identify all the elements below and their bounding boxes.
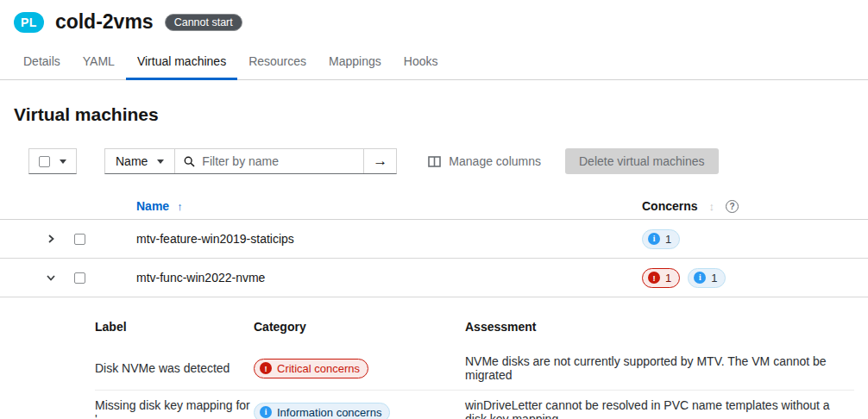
search-input[interactable] [202,154,355,168]
expand-row-button[interactable] [17,234,62,244]
collapse-row-button[interactable] [17,272,62,283]
info-icon: i [260,406,272,418]
chevron-right-icon [46,234,56,244]
concern-label: Disk NVMe was detected [95,361,254,375]
vm-table: Name ↑ Concerns ↕ ? mtv-feature-win2019-… [0,193,868,419]
tab-yaml[interactable]: YAML [72,44,126,80]
search-box [175,149,363,173]
tab-mappings[interactable]: Mappings [318,44,393,80]
concern-assessment: NVMe disks are not currently supported b… [465,354,854,382]
expanded-concerns-panel: Label Category Assessment Disk NVMe was … [0,297,868,419]
masthead: PL cold-2vms Cannot start [0,0,868,39]
exclamation-icon: ! [260,362,272,374]
critical-concerns-pill: ! Critical concerns [254,359,368,378]
arrow-right-icon: → [373,153,387,170]
critical-concern-badge[interactable]: ! 1 [642,268,680,288]
information-concerns-pill: i Information concerns [254,403,390,419]
chevron-down-icon [46,272,56,283]
plan-badge: PL [14,12,44,33]
apply-filter-button[interactable]: → [363,149,396,173]
tab-hooks[interactable]: Hooks [393,44,450,80]
exclamation-icon: ! [648,272,660,284]
concerns-detail-header: Label Category Assessment [95,320,854,347]
toolbar: Name → Manage columns Delete virtual mac… [28,148,854,174]
section-title: Virtual machines [0,80,868,125]
sort-ascending-icon: ↑ [177,200,183,213]
row-checkbox[interactable] [74,234,85,245]
columns-icon [428,156,441,167]
concern-detail-row: Missing disk key mapping for '... i Info… [95,391,854,419]
info-icon: i [648,233,660,245]
filter-type-label: Name [116,154,148,168]
bulk-select-dropdown[interactable] [28,148,77,174]
tab-virtual-machines[interactable]: Virtual machines [126,44,237,80]
concerns-cell: i 1 [642,229,868,249]
caret-down-icon [60,159,66,164]
manage-columns-label: Manage columns [449,154,541,168]
detail-column-label: Label [95,320,254,334]
bulk-select-checkbox[interactable] [39,156,50,167]
concerns-cell: ! 1 i 1 [642,268,868,288]
tab-resources[interactable]: Resources [237,44,318,80]
detail-column-category: Category [254,320,465,334]
info-concern-badge[interactable]: i 1 [642,229,680,249]
vm-name: mtv-func-win2022-nvme [97,271,642,285]
detail-column-assessment: Assessment [465,320,854,334]
caret-down-icon [157,159,164,164]
help-icon[interactable]: ? [726,200,739,213]
info-concern-badge[interactable]: i 1 [688,268,726,288]
concern-detail-row: Disk NVMe was detected ! Critical concer… [95,347,854,391]
table-row: mtv-feature-win2019-staticips i 1 [0,220,868,259]
tab-bar: Details YAML Virtual machines Resources … [0,44,868,80]
status-badge: Cannot start [165,14,242,31]
page-title: cold-2vms [55,10,154,34]
vm-name: mtv-feature-win2019-staticips [97,232,642,246]
manage-columns-button[interactable]: Manage columns [428,154,541,168]
column-header-name[interactable]: Name ↑ [97,199,642,213]
search-icon [184,156,195,167]
row-checkbox[interactable] [74,272,85,284]
table-row: mtv-func-win2022-nvme ! 1 i 1 [0,259,868,297]
sort-both-icon: ↕ [709,200,715,213]
concern-assessment: winDriveLetter cannot be resolved in PVC… [465,398,854,419]
tab-details[interactable]: Details [12,44,72,80]
column-header-concerns[interactable]: Concerns ↕ ? [642,199,868,213]
concern-label: Missing disk key mapping for '... [95,398,254,419]
info-icon: i [694,272,706,284]
table-header-row: Name ↑ Concerns ↕ ? [0,193,868,220]
filter-group: Name → [104,148,397,174]
filter-type-dropdown[interactable]: Name [105,149,175,173]
delete-vms-button[interactable]: Delete virtual machines [565,148,719,174]
